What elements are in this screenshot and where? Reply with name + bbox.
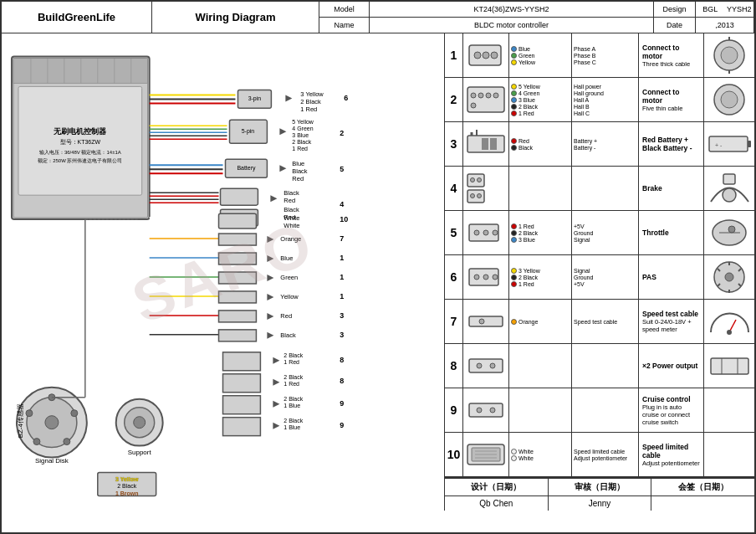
device-9 bbox=[704, 388, 754, 432]
name-label: Name bbox=[319, 18, 370, 33]
svg-text:Orange: Orange bbox=[280, 235, 301, 243]
svg-marker-69 bbox=[267, 236, 273, 243]
svg-text:1: 1 bbox=[340, 292, 344, 300]
svg-point-171 bbox=[474, 230, 479, 235]
svg-text:9: 9 bbox=[340, 399, 344, 408]
phase-labels-10: Speed limited cableAdjust potentiometer bbox=[572, 433, 639, 476]
svg-text:White: White bbox=[284, 222, 299, 229]
svg-point-140 bbox=[483, 52, 489, 59]
desc-5: Throttle bbox=[639, 211, 704, 254]
svg-rect-83 bbox=[219, 291, 257, 303]
device-6 bbox=[704, 255, 754, 299]
row-num-4: 4 bbox=[445, 167, 463, 210]
device-4 bbox=[704, 167, 754, 210]
device-3: + - bbox=[704, 122, 754, 166]
desc-3: Red Battery + Black Battery - bbox=[639, 122, 704, 166]
spec-row-10: 10 WhiteWhiteSpeed limited cableAdjust p… bbox=[445, 433, 754, 477]
wire-labels-10: WhiteWhite bbox=[509, 433, 572, 476]
svg-rect-162 bbox=[467, 174, 484, 187]
svg-rect-169 bbox=[723, 174, 735, 184]
svg-text:输入电压：36/48V 额定电流：14±1A: 输入电压：36/48V 额定电流：14±1A bbox=[39, 149, 121, 155]
footer-designer: Qb Chen bbox=[445, 496, 549, 511]
svg-text:Black: Black bbox=[292, 167, 308, 175]
svg-rect-68 bbox=[219, 234, 257, 245]
svg-marker-108 bbox=[273, 401, 279, 408]
svg-marker-113 bbox=[273, 423, 279, 429]
row-num-9: 9 bbox=[445, 388, 463, 432]
svg-text:3-pin: 3-pin bbox=[248, 95, 262, 102]
desc-2: Connect to motorFive thin cable bbox=[639, 78, 704, 121]
svg-text:Black: Black bbox=[284, 206, 299, 213]
svg-text:1 Blue: 1 Blue bbox=[284, 424, 300, 430]
svg-rect-73 bbox=[219, 253, 257, 264]
svg-text:5 Yellow: 5 Yellow bbox=[292, 119, 314, 125]
wiring-diagram-area: SARO 无刷电机控制器 型号：KT36ZW 输入电压：36/48V 额定电流：… bbox=[2, 33, 445, 511]
page: BuildGreenLife Wiring Diagram Model KT24… bbox=[0, 0, 756, 534]
phase-labels-7: Speed test cable bbox=[572, 300, 639, 343]
svg-rect-2 bbox=[13, 58, 148, 83]
svg-point-166 bbox=[471, 194, 475, 198]
svg-point-167 bbox=[478, 194, 482, 198]
spec-row-7: 7 OrangeSpeed test cableSpeed test cable… bbox=[445, 300, 754, 344]
svg-point-194 bbox=[477, 363, 482, 368]
wire-labels-9 bbox=[509, 388, 572, 432]
svg-rect-63 bbox=[219, 213, 257, 228]
row-num-10: 10 bbox=[445, 433, 463, 476]
wire-labels-2: 5 Yellow4 Green3 Blue2 Black1 Red bbox=[509, 78, 572, 121]
name-value: BLDC motor controller bbox=[370, 18, 653, 33]
svg-rect-93 bbox=[219, 330, 257, 341]
svg-point-172 bbox=[483, 230, 488, 235]
phase-labels-9 bbox=[572, 388, 639, 432]
svg-text:型号：KT36ZW: 型号：KT36ZW bbox=[60, 139, 101, 145]
connector-7 bbox=[463, 300, 509, 343]
design-label: Design bbox=[654, 2, 696, 17]
svg-point-201 bbox=[490, 408, 495, 413]
connector-3 bbox=[463, 122, 509, 166]
svg-rect-97 bbox=[223, 352, 261, 371]
wire-labels-5: 1 Red2 Black3 Blue bbox=[509, 211, 572, 254]
row-num-6: 6 bbox=[445, 255, 463, 299]
spec-row-8: 8 ×2 Power output bbox=[445, 344, 754, 388]
model-value: KT24(36)ZWS-YYSH2 bbox=[370, 2, 653, 17]
footer-review-label: 审核（日期） bbox=[549, 479, 652, 495]
svg-text:8: 8 bbox=[340, 356, 344, 364]
svg-point-121 bbox=[71, 410, 78, 417]
svg-point-150 bbox=[493, 93, 498, 98]
svg-text:BZ-4传感器: BZ-4传感器 bbox=[17, 403, 24, 438]
phase-labels-3: Battery +Battery - bbox=[572, 122, 639, 166]
wire-labels-7: Orange bbox=[509, 300, 572, 343]
connector-6 bbox=[463, 255, 509, 299]
header: BuildGreenLife Wiring Diagram Model KT24… bbox=[2, 2, 754, 33]
desc-4: Brake bbox=[639, 167, 704, 210]
device-1 bbox=[704, 33, 754, 77]
svg-rect-199 bbox=[469, 403, 503, 417]
svg-text:Red: Red bbox=[280, 312, 292, 320]
svg-text:Black: Black bbox=[284, 189, 299, 197]
spec-row-1: 1 BlueGreenYellowPhase APhase BPhase CCo… bbox=[445, 33, 754, 78]
svg-point-165 bbox=[478, 178, 482, 182]
svg-point-122 bbox=[64, 439, 70, 445]
svg-point-178 bbox=[474, 275, 479, 280]
svg-rect-112 bbox=[223, 418, 261, 436]
desc-9: Cruise controlPlug in is auto cruise or … bbox=[639, 388, 704, 432]
svg-point-139 bbox=[474, 52, 481, 59]
svg-text:Support: Support bbox=[128, 449, 152, 456]
svg-text:7: 7 bbox=[340, 234, 344, 243]
desc-8: ×2 Power output bbox=[639, 344, 704, 388]
wiring-svg: 无刷电机控制器 型号：KT36ZW 输入电压：36/48V 额定电流：14±1A… bbox=[2, 33, 444, 511]
svg-point-151 bbox=[471, 103, 476, 108]
svg-rect-146 bbox=[467, 87, 504, 112]
svg-point-182 bbox=[725, 273, 733, 281]
svg-text:Black: Black bbox=[280, 331, 296, 339]
device-8 bbox=[704, 344, 754, 388]
svg-marker-74 bbox=[267, 255, 273, 262]
svg-marker-103 bbox=[273, 379, 279, 386]
svg-text:Red: Red bbox=[284, 197, 295, 204]
svg-text:1: 1 bbox=[340, 273, 344, 281]
device-10 bbox=[704, 433, 754, 476]
svg-point-148 bbox=[478, 93, 483, 98]
footer-reviewer: Jenny bbox=[549, 496, 652, 511]
svg-text:2 Black: 2 Black bbox=[284, 418, 303, 424]
row-num-3: 3 bbox=[445, 122, 463, 166]
svg-rect-157 bbox=[482, 138, 488, 150]
